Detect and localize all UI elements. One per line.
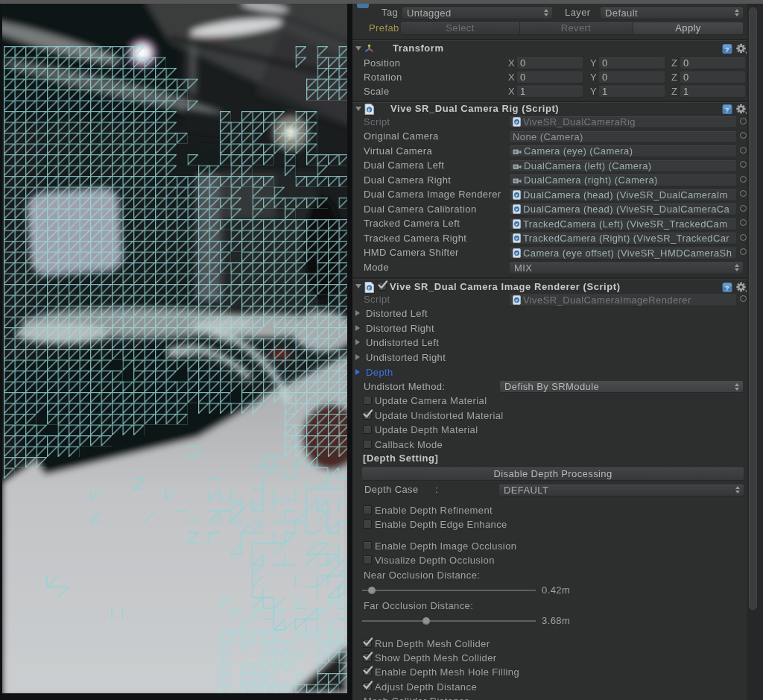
svg-text:#: #: [368, 107, 371, 113]
svg-text:#: #: [516, 297, 519, 302]
svg-text:#: #: [368, 285, 371, 290]
svg-text:#: #: [516, 250, 519, 255]
svg-text:#: #: [516, 221, 519, 226]
svg-text:#: #: [516, 236, 519, 241]
svg-text:?: ?: [725, 107, 729, 114]
svg-text:#: #: [516, 120, 519, 124]
svg-text:#: #: [516, 207, 519, 212]
svg-text:?: ?: [725, 284, 729, 291]
svg-text:?: ?: [725, 46, 729, 54]
svg-text:#: #: [516, 192, 519, 197]
